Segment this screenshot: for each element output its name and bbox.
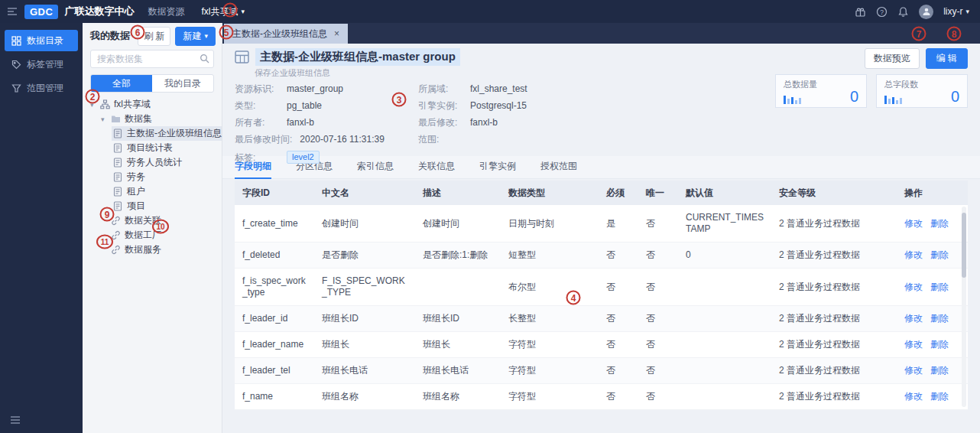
filter-tab-2[interactable]: 我的目录 xyxy=(152,75,213,92)
tree-dataset-5[interactable]: 租户 xyxy=(112,184,222,199)
sidebar-item-label: 范围管理 xyxy=(27,82,63,95)
tree-dataset-1[interactable]: 主数据-企业级班组信息 xyxy=(112,126,222,141)
field-label: 资源标识: xyxy=(235,83,279,94)
delete-link[interactable]: 删除 xyxy=(930,313,949,324)
filter-tab-1[interactable]: 全部 xyxy=(91,75,152,92)
cell-name: F_IS_SPEC_WORK_TYPE xyxy=(314,269,415,305)
user-name: lixy-r xyxy=(943,6,962,17)
cell-unique: 否 xyxy=(638,275,678,300)
field-value: fanxl-b xyxy=(470,117,498,128)
sidebar-collapse-icon[interactable] xyxy=(10,415,21,427)
tree-domain-label: fxl共享域 xyxy=(114,98,151,111)
sidebar-item-2[interactable]: 标签管理 xyxy=(5,54,78,75)
tree-dataset-2[interactable]: 项目统计表 xyxy=(112,141,222,155)
modify-link[interactable]: 修改 xyxy=(904,365,923,376)
field-value: 2020-07-16 11:31:39 xyxy=(300,134,385,145)
field-label: 所有者: xyxy=(235,117,279,128)
tree-group-datasets[interactable]: ▾数据集 xyxy=(83,112,222,126)
collapse-sidebar-icon[interactable] xyxy=(0,6,24,17)
scrollbar-thumb[interactable] xyxy=(962,213,966,278)
user-avatar[interactable] xyxy=(919,5,933,19)
tree-link-2[interactable]: 数据工厂 xyxy=(83,228,222,243)
page-title: 主数据-企业级班组信息-master group xyxy=(255,48,460,66)
modify-link[interactable]: 修改 xyxy=(904,391,923,402)
modify-link[interactable]: 修改 xyxy=(904,339,923,350)
gdc-logo: GDC xyxy=(24,5,58,19)
field-label: 引擎实例: xyxy=(418,100,462,111)
modify-link[interactable]: 修改 xyxy=(904,218,923,229)
delete-link[interactable]: 删除 xyxy=(930,365,949,376)
delete-link[interactable]: 删除 xyxy=(930,218,949,229)
column-header: 安全等级 xyxy=(771,187,897,199)
cell-actions: 修改删除 xyxy=(897,358,968,383)
data-preview-button[interactable]: 数据预览 xyxy=(865,48,920,69)
field-value: fanxl-b xyxy=(287,117,314,128)
tree-dataset-3[interactable]: 劳务人员统计 xyxy=(112,155,222,170)
notification-bell-icon[interactable] xyxy=(897,6,909,18)
catalog-icon xyxy=(11,36,21,46)
help-icon[interactable]: ? xyxy=(876,6,888,18)
tree-dataset-6[interactable]: 项目 xyxy=(112,199,222,213)
tag-icon xyxy=(11,60,21,70)
cell-required: 否 xyxy=(599,275,638,300)
cell-name: 班组名称 xyxy=(314,384,415,409)
delete-link[interactable]: 删除 xyxy=(930,391,949,402)
modify-link[interactable]: 修改 xyxy=(904,313,923,324)
delete-link[interactable]: 删除 xyxy=(930,249,949,260)
filter-tabs: 全部我的目录 xyxy=(90,74,214,93)
delete-link[interactable]: 删除 xyxy=(930,339,949,350)
cell-default xyxy=(678,312,771,326)
tree-dataset-4[interactable]: 劳务 xyxy=(112,170,222,184)
refresh-button[interactable]: 刷 新 xyxy=(138,27,170,46)
doc-tab-active[interactable]: 主数据-企业级班组信息 × xyxy=(224,24,348,44)
close-icon[interactable]: × xyxy=(334,28,339,39)
link-icon xyxy=(111,245,121,255)
main-area: 主数据-企业级班组信息 × 主数据-企业级班组信息-master group 保… xyxy=(222,23,980,433)
field-row: 最后修改:fanxl-b xyxy=(418,117,527,128)
cell-desc xyxy=(415,280,501,294)
edit-button[interactable]: 编 辑 xyxy=(926,48,968,69)
field-row: 所属域:fxl_share_test xyxy=(418,83,527,94)
modify-link[interactable]: 修改 xyxy=(904,249,923,260)
sidebar-item-1[interactable]: 数据目录 xyxy=(5,30,78,51)
tree-link-3[interactable]: 数据服务 xyxy=(83,243,222,257)
cell-default xyxy=(678,338,771,352)
title-row: 主数据-企业级班组信息-master group xyxy=(235,48,968,66)
column-header: 默认值 xyxy=(678,187,771,199)
my-data-panel: 我的数据 刷 新 新建 ▾ 全部我的目录 ▾fxl共享域▾数据集主数据-企业级班… xyxy=(83,23,222,433)
field-label: 范围: xyxy=(418,134,462,145)
field-label: 最后修改: xyxy=(418,117,462,128)
cell-required: 是 xyxy=(599,211,638,236)
cell-default: CURRENT_TIMESTAMP xyxy=(678,205,771,242)
caret-down-icon: ▾ xyxy=(90,101,96,109)
cell-name: 班组长 xyxy=(314,332,415,357)
tree-dataset-label: 劳务人员统计 xyxy=(127,156,182,169)
sidebar-item-3[interactable]: 范围管理 xyxy=(5,77,78,99)
tree-dataset-label: 租户 xyxy=(127,185,145,198)
tree-dataset-label: 劳务 xyxy=(127,171,145,184)
topnav-item-1[interactable]: 数据资源 xyxy=(148,5,184,18)
tree-link-1[interactable]: 数据关联 xyxy=(83,213,222,228)
table-row: f_leader_id班组长ID班组长ID长整型否否2 普通业务过程数据修改删除 xyxy=(235,306,968,332)
column-header: 描述 xyxy=(415,187,501,199)
search-input[interactable] xyxy=(90,50,214,68)
cell-id: f_is_spec_work_type xyxy=(235,269,314,305)
tree-domain[interactable]: ▾fxl共享域 xyxy=(83,97,222,112)
cell-type: 字符型 xyxy=(501,358,599,383)
new-button[interactable]: 新建 ▾ xyxy=(175,27,216,46)
cell-name: 班组长ID xyxy=(314,306,415,331)
cell-unique: 否 xyxy=(638,243,678,268)
cell-security: 2 普通业务过程数据 xyxy=(771,275,897,300)
topnav-item-2[interactable]: fxl共享域▾ xyxy=(201,5,245,18)
gift-icon[interactable] xyxy=(855,6,866,18)
user-menu[interactable]: lixy-r ▾ xyxy=(943,6,969,17)
cell-required: 否 xyxy=(599,384,638,409)
delete-link[interactable]: 删除 xyxy=(930,282,949,292)
search-box xyxy=(90,50,214,68)
modify-link[interactable]: 修改 xyxy=(904,282,923,292)
dataset-tree: ▾fxl共享域▾数据集主数据-企业级班组信息项目统计表劳务人员统计劳务租户项目数… xyxy=(83,97,222,257)
search-icon[interactable] xyxy=(200,54,209,63)
topbar-nav: 数据资源fxl共享域▾ xyxy=(148,5,261,18)
stat-card-1: 总数据量0 xyxy=(775,74,867,108)
cell-type: 布尔型 xyxy=(501,275,599,300)
